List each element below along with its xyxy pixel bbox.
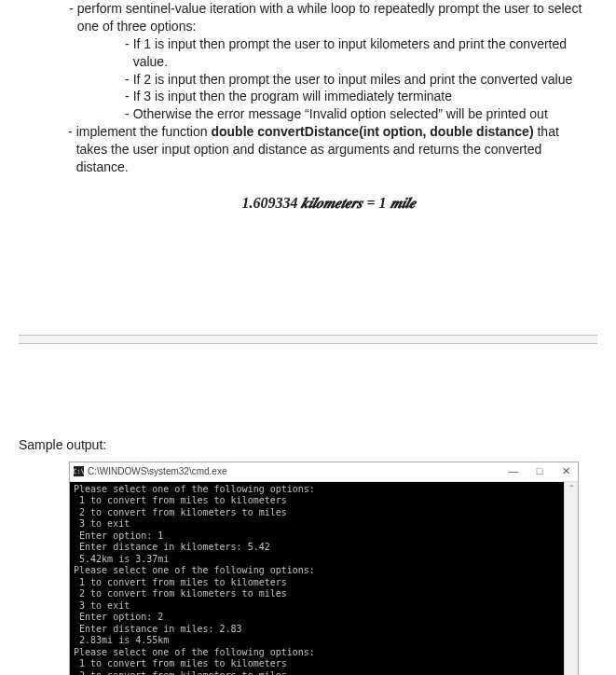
sub-bullet-3: - If 3 is input then the program will im… <box>125 88 588 105</box>
sub-bullet-1: - If 1 is input then prompt the user to … <box>125 35 588 71</box>
dash-icon: - <box>68 123 73 141</box>
dash-icon: - <box>125 35 130 71</box>
cmd-icon: C:\ <box>74 466 84 476</box>
conversion-formula: 1.609334 𝒌𝒊𝒍𝒐𝒎𝒆𝒕𝒆𝒓𝒔 = 1 𝒎𝒊𝒍𝒆 <box>69 193 588 214</box>
minimize-button[interactable]: — <box>508 466 519 476</box>
close-button[interactable]: ✕ <box>560 466 571 476</box>
sub-bullet-2: - If 2 is input then prompt the user to … <box>125 71 588 89</box>
sub-bullet-list: - If 1 is input then prompt the user to … <box>125 35 588 123</box>
sub-bullet-3-text: If 3 is input then the program will imme… <box>133 88 452 105</box>
function-signature: double convertDistance(int option, doubl… <box>211 124 533 139</box>
maximize-button[interactable]: □ <box>534 466 545 476</box>
console-container: C:\ C:\WINDOWS\system32\cmd.exe — □ ✕ Pl… <box>69 461 579 676</box>
bullet-main-2: - implement the function double convertD… <box>68 123 588 176</box>
cmd-window: C:\ C:\WINDOWS\system32\cmd.exe — □ ✕ Pl… <box>69 461 579 676</box>
dash-icon: - <box>125 71 130 89</box>
cmd-title-left: C:\ C:\WINDOWS\system32\cmd.exe <box>74 466 226 476</box>
document-page: - perform sentinel-value iteration with … <box>0 0 616 675</box>
sample-output-label: Sample output: <box>19 437 597 452</box>
divider-gap <box>19 336 597 343</box>
bullet-main-1: - perform sentinel-value iteration with … <box>69 0 588 35</box>
cmd-titlebar[interactable]: C:\ C:\WINDOWS\system32\cmd.exe — □ ✕ <box>70 462 578 482</box>
cmd-scrollbar[interactable]: ⌃ <box>564 482 578 676</box>
cmd-output[interactable]: Please select one of the following optio… <box>70 482 564 676</box>
dash-icon: - <box>69 0 74 18</box>
cmd-title-text: C:\WINDOWS\system32\cmd.exe <box>88 466 226 476</box>
bullet-main-2-text: implement the function double convertDis… <box>76 123 588 176</box>
window-controls: — □ ✕ <box>508 466 577 476</box>
instructions-block: - perform sentinel-value iteration with … <box>69 0 588 214</box>
bullet-main-1-text: perform sentinel-value iteration with a … <box>77 0 588 35</box>
sub-bullet-2-text: If 2 is input then prompt the user to in… <box>133 71 573 89</box>
cmd-body-wrap: Please select one of the following optio… <box>70 482 578 676</box>
sub-bullet-4: - Otherwise the error message “Invalid o… <box>125 105 588 123</box>
bullet-main-2-prefix: implement the function <box>76 124 212 139</box>
sub-bullet-4-text: Otherwise the error message “Invalid opt… <box>133 105 548 123</box>
scroll-up-icon[interactable]: ⌃ <box>565 482 578 495</box>
dash-icon: - <box>125 88 130 105</box>
sub-bullet-1-text: If 1 is input then prompt the user to in… <box>133 35 588 71</box>
page-divider <box>19 335 597 344</box>
dash-icon: - <box>125 105 130 123</box>
divider-line-bottom <box>19 343 597 344</box>
